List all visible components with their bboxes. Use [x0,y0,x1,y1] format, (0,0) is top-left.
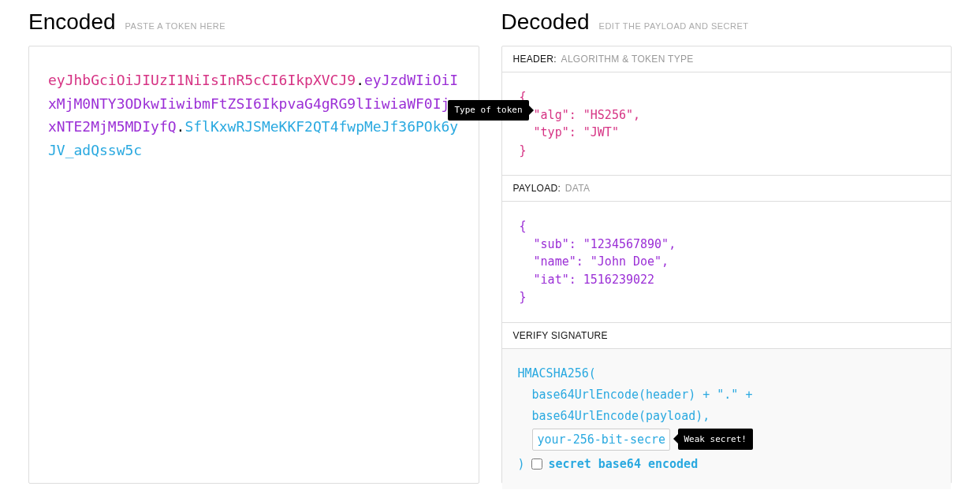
verify-section-label: VERIFY SIGNATURE [513,330,608,341]
decoded-heading: Decoded EDIT THE PAYLOAD AND SECRET [501,9,952,35]
header-section-sub: ALGORITHM & TOKEN TYPE [561,54,694,65]
type-of-token-tooltip: Type of token [448,100,528,121]
header-section-titlebar: HEADER: ALGORITHM & TOKEN TYPE [502,46,952,72]
verify-fn-open: HMACSHA256( [518,363,936,384]
decoded-title: Decoded [501,9,590,35]
encoded-hint: PASTE A TOKEN HERE [125,21,226,31]
base64-encoded-label: secret base64 encoded [549,454,699,475]
token-header-segment: eyJhbGciOiJIUzI1NiIsInR5cCI6IkpXVCJ9 [48,72,356,88]
verify-line-1: base64UrlEncode(header) + "." + [518,384,936,406]
payload-json-editor[interactable]: { "sub": "1234567890", "name": "John Doe… [502,202,952,323]
base64-checkbox[interactable] [531,458,542,470]
encoded-heading: Encoded PASTE A TOKEN HERE [28,9,479,35]
decoded-box: HEADER: ALGORITHM & TOKEN TYPE { "alg": … [501,46,952,484]
payload-section-sub: DATA [565,183,590,194]
verify-line-2: base64UrlEncode(payload), [518,406,936,427]
verify-close-paren: ) [518,454,525,475]
header-json-editor[interactable]: { "alg": "HS256", "typ": "JWT" } [502,72,952,176]
weak-secret-tooltip: Weak secret! [678,429,753,451]
encoded-token-box[interactable]: eyJhbGciOiJIUzI1NiIsInR5cCI6IkpXVCJ9.eyJ… [28,46,479,484]
encoded-title: Encoded [28,9,116,35]
decoded-hint: EDIT THE PAYLOAD AND SECRET [599,21,749,31]
secret-input[interactable] [532,429,670,451]
verify-section-titlebar: VERIFY SIGNATURE [502,323,952,349]
payload-section-label: PAYLOAD: [513,183,561,194]
payload-section-titlebar: PAYLOAD: DATA [502,176,952,202]
header-section-label: HEADER: [513,54,557,65]
verify-signature-body: HMACSHA256( base64UrlEncode(header) + ".… [502,349,952,489]
